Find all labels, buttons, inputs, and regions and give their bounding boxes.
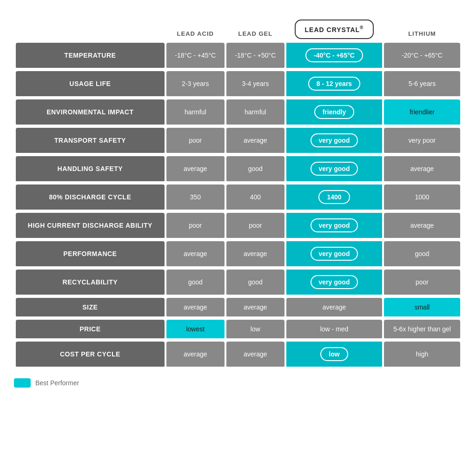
lithium-cell: high	[384, 342, 460, 368]
lead-acid-cell: -18°C - +45°C	[166, 43, 225, 69]
page-wrapper: LEAD ACID LEAD GEL LEAD CRYSTAL® LITHIUM…	[9, 9, 467, 392]
table-row: ENVIRONMENTAL IMPACTharmfulharmfulfriend…	[16, 99, 460, 126]
feature-label: USAGE LIFE	[16, 71, 165, 98]
lithium-cell: poor	[384, 270, 460, 296]
lithium-cell: friendlier	[384, 99, 460, 126]
table-row: COST PER CYCLEaverageaveragelowhigh	[16, 342, 460, 368]
lead-gel-cell: average	[226, 128, 284, 154]
lithium-cell: small	[384, 298, 460, 318]
feature-label: ENVIRONMENTAL IMPACT	[16, 99, 165, 126]
lead-gel-cell: harmful	[226, 99, 284, 126]
lead-gel-cell: poor	[226, 213, 284, 239]
lithium-cell: very poor	[384, 128, 460, 154]
lead-gel-cell: average	[226, 241, 284, 268]
table-row: TRANSPORT SAFETYpooraveragevery goodvery…	[16, 128, 460, 154]
lead-gel-cell: good	[226, 270, 284, 296]
lead-crystal-pill: very good	[311, 247, 358, 261]
lead-crystal-pill: very good	[311, 275, 358, 289]
feature-label: HIGH CURRENT DISCHARGE ABILITY	[16, 213, 165, 239]
lead-crystal-cell: very good	[286, 156, 382, 183]
lead-gel-cell: average	[226, 342, 284, 368]
table-row: HANDLING SAFETYaveragegoodvery goodavera…	[16, 156, 460, 183]
lead-crystal-pill: very good	[311, 133, 358, 147]
lead-gel-cell: 400	[226, 184, 284, 211]
feature-label: RECYCLABILITY	[16, 270, 165, 296]
feature-col-header	[16, 16, 165, 41]
lead-acid-cell: average	[166, 342, 225, 368]
lead-gel-label: LEAD GEL	[238, 30, 272, 37]
comparison-table: LEAD ACID LEAD GEL LEAD CRYSTAL® LITHIUM…	[14, 14, 462, 370]
legend-label: Best Performer	[35, 379, 79, 387]
lead-crystal-cell: very good	[286, 241, 382, 268]
lead-crystal-box: LEAD CRYSTAL®	[295, 20, 374, 39]
lead-acid-cell: average	[166, 298, 225, 318]
legend-swatch	[14, 378, 31, 388]
lead-crystal-pill: 1400	[318, 190, 350, 204]
table-body: TEMPERATURE-18°C - +45°C-18°C - +50°C-40…	[16, 43, 460, 368]
lead-crystal-pill: friendly	[314, 105, 355, 119]
table-row: TEMPERATURE-18°C - +45°C-18°C - +50°C-40…	[16, 43, 460, 69]
lithium-cell: good	[384, 241, 460, 268]
feature-label: SIZE	[16, 298, 165, 318]
lithium-label: LITHIUM	[408, 30, 436, 37]
lead-acid-cell: poor	[166, 213, 225, 239]
lithium-cell: 1000	[384, 184, 460, 211]
lead-acid-cell: 2-3 years	[166, 71, 225, 98]
lithium-cell: 5-6x higher than gel	[384, 320, 460, 340]
lead-crystal-label: LEAD CRYSTAL	[305, 26, 360, 33]
lithium-cell: 5-6 years	[384, 71, 460, 98]
feature-label: COST PER CYCLE	[16, 342, 165, 368]
lead-acid-cell: lowest	[166, 320, 225, 340]
table-row: 80% DISCHARGE CYCLE35040014001000	[16, 184, 460, 211]
lead-crystal-pill: -40°C - +65°C	[305, 48, 363, 62]
lead-gel-cell: average	[226, 298, 284, 318]
lead-crystal-cell: low - med	[286, 320, 382, 340]
feature-label: TRANSPORT SAFETY	[16, 128, 165, 154]
lead-crystal-pill: low	[320, 347, 348, 361]
lead-crystal-pill: very good	[311, 218, 358, 232]
lead-acid-cell: 350	[166, 184, 225, 211]
lead-acid-cell: harmful	[166, 99, 225, 126]
lead-crystal-cell: 8 - 12 years	[286, 71, 382, 98]
lead-crystal-cell: -40°C - +65°C	[286, 43, 382, 69]
lead-acid-cell: good	[166, 270, 225, 296]
table-row: PERFORMANCEaverageaveragevery goodgood	[16, 241, 460, 268]
lead-crystal-header: LEAD CRYSTAL®	[286, 16, 382, 41]
lead-crystal-cell: average	[286, 298, 382, 318]
lead-crystal-pill: very good	[311, 162, 358, 176]
lead-acid-header: LEAD ACID	[166, 16, 225, 41]
lithium-cell: average	[384, 213, 460, 239]
table-row: SIZEaverageaverageaveragesmall	[16, 298, 460, 318]
table-row: RECYCLABILITYgoodgoodvery goodpoor	[16, 270, 460, 296]
lead-acid-cell: average	[166, 241, 225, 268]
lead-gel-header: LEAD GEL	[226, 16, 284, 41]
lead-gel-cell: low	[226, 320, 284, 340]
lead-crystal-cell: friendly	[286, 99, 382, 126]
lithium-cell: average	[384, 156, 460, 183]
lead-crystal-cell: low	[286, 342, 382, 368]
table-header-row: LEAD ACID LEAD GEL LEAD CRYSTAL® LITHIUM	[16, 16, 460, 41]
lead-acid-label: LEAD ACID	[177, 30, 214, 37]
feature-label: HANDLING SAFETY	[16, 156, 165, 183]
lead-gel-cell: good	[226, 156, 284, 183]
feature-label: 80% DISCHARGE CYCLE	[16, 184, 165, 211]
feature-label: TEMPERATURE	[16, 43, 165, 69]
table-row: USAGE LIFE2-3 years3-4 years8 - 12 years…	[16, 71, 460, 98]
feature-label: PERFORMANCE	[16, 241, 165, 268]
table-row: PRICElowestlowlow - med5-6x higher than …	[16, 320, 460, 340]
lead-crystal-cell: very good	[286, 270, 382, 296]
table-row: HIGH CURRENT DISCHARGE ABILITYpoorpoorve…	[16, 213, 460, 239]
lead-crystal-cell: 1400	[286, 184, 382, 211]
legend: Best Performer	[14, 378, 462, 388]
lead-crystal-cell: very good	[286, 213, 382, 239]
lead-gel-cell: -18°C - +50°C	[226, 43, 284, 69]
trademark-symbol: ®	[360, 25, 364, 30]
lead-crystal-cell: very good	[286, 128, 382, 154]
lithium-header: LITHIUM	[384, 16, 460, 41]
lead-acid-cell: average	[166, 156, 225, 183]
lead-acid-cell: poor	[166, 128, 225, 154]
lead-gel-cell: 3-4 years	[226, 71, 284, 98]
lithium-cell: -20°C - +65°C	[384, 43, 460, 69]
lead-crystal-pill: 8 - 12 years	[308, 77, 360, 91]
feature-label: PRICE	[16, 320, 165, 340]
